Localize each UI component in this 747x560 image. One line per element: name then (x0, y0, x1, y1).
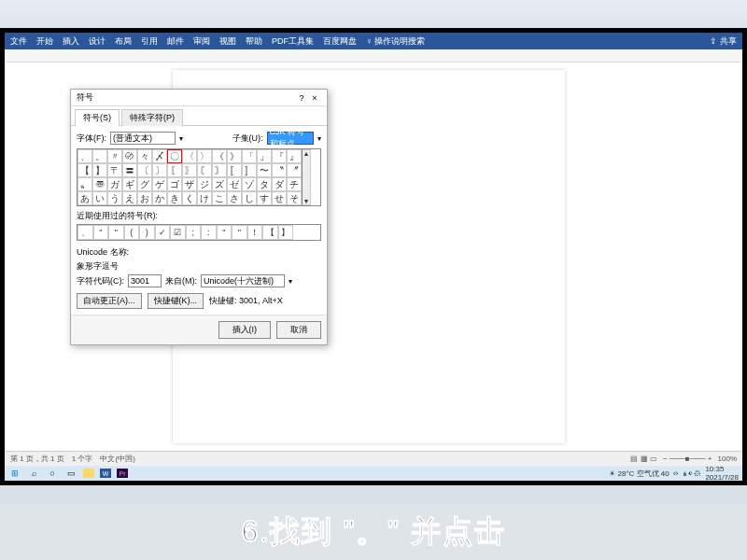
symbol-cell[interactable]: 〕 (152, 163, 167, 177)
recent-symbol-cell[interactable]: " (217, 225, 233, 240)
recent-symbol-cell[interactable]: " (108, 225, 124, 240)
symbol-cell[interactable]: せ (272, 191, 287, 205)
symbol-cell[interactable]: 〈 (182, 149, 197, 163)
symbol-cell[interactable]: 〜 (257, 163, 272, 177)
symbol-cell[interactable]: 「 (242, 149, 257, 163)
symbol-cell[interactable]: さ (227, 191, 242, 205)
symbol-cell[interactable]: き (167, 191, 182, 205)
symbol-cell[interactable]: 〃 (107, 149, 122, 163)
char-code-input[interactable]: 3001 (128, 274, 162, 287)
symbol-cell[interactable]: 〖 (167, 163, 182, 177)
symbol-cell[interactable]: 『 (272, 149, 287, 163)
recent-symbol-cell[interactable]: " (93, 225, 109, 240)
symbol-cell[interactable]: 々 (137, 149, 152, 163)
recent-symbol-cell[interactable]: ( (124, 225, 140, 240)
symbol-cell[interactable]: 〘 (197, 163, 212, 177)
symbol-cell[interactable]: 〓 (122, 163, 137, 177)
tab-special-chars[interactable]: 特殊字符(P) (121, 109, 183, 126)
recent-symbol-cell[interactable]: ✓ (155, 225, 171, 240)
symbol-cell[interactable]: 〞 (287, 163, 302, 177)
tab-design[interactable]: 设计 (89, 35, 106, 48)
symbol-cell[interactable]: 》 (227, 149, 242, 163)
recent-symbol-cell[interactable]: ; (186, 225, 202, 240)
recent-symbol-cell[interactable]: 】 (278, 225, 294, 240)
zoom-slider[interactable]: − ───■─── + (663, 455, 712, 463)
symbol-cell[interactable]: ゼ (227, 177, 242, 191)
symbol-cell[interactable]: 〝 (272, 163, 287, 177)
tab-help[interactable]: 帮助 (246, 35, 262, 48)
symbol-cell[interactable]: う (107, 191, 122, 205)
symbol-cell[interactable]: ガ (107, 177, 122, 191)
symbol-cell[interactable]: く (182, 191, 197, 205)
cancel-button[interactable]: 取消 (276, 321, 321, 339)
recent-symbol-cell[interactable]: " (232, 225, 247, 240)
tab-review[interactable]: 审阅 (193, 35, 210, 48)
shortcut-button[interactable]: 快捷键(K)... (148, 293, 204, 309)
symbol-cell[interactable]: 〟 (78, 177, 92, 191)
symbol-cell[interactable]: 〄 (122, 149, 137, 163)
close-icon[interactable]: × (308, 93, 321, 103)
word-icon[interactable]: W (100, 469, 111, 478)
recent-symbol-cell[interactable]: 、 (78, 225, 93, 240)
symbol-cell[interactable]: し (242, 191, 257, 205)
tab-home[interactable]: 开始 (36, 35, 53, 48)
recent-symbol-cell[interactable]: : (201, 225, 217, 240)
symbol-cell[interactable]: ザ (182, 177, 197, 191)
symbol-cell[interactable]: か (152, 191, 167, 205)
cortana-icon[interactable]: ○ (46, 468, 59, 479)
from-select[interactable]: Unicode(十六进制) (201, 274, 285, 287)
recent-symbol-cell[interactable]: ！ (247, 225, 263, 240)
tab-symbols[interactable]: 符号(S) (75, 109, 120, 126)
grid-scrollbar[interactable]: ▲▼ (302, 149, 311, 205)
symbol-cell[interactable]: 〗 (182, 163, 197, 177)
symbol-cell[interactable]: 』 (287, 149, 302, 163)
symbol-cell[interactable]: す (257, 191, 272, 205)
symbol-cell[interactable]: 】 (92, 163, 107, 177)
symbol-cell[interactable]: ゴ (167, 177, 182, 191)
help-icon[interactable]: ? (295, 93, 308, 103)
taskview-icon[interactable]: ▭ (64, 468, 78, 479)
symbol-cell[interactable]: い (92, 191, 107, 205)
share-button[interactable]: ⇪ 共享 (710, 35, 737, 48)
clock[interactable]: 10:352021/7/28 (705, 465, 739, 481)
symbol-cell[interactable]: 〉 (197, 149, 212, 163)
symbol-cell[interactable]: け (197, 191, 212, 205)
symbol-cell[interactable]: あ (78, 191, 92, 205)
tab-layout[interactable]: 布局 (115, 35, 132, 48)
tell-me[interactable]: ♀ 操作说明搜索 (366, 35, 425, 48)
symbol-cell[interactable]: 〠 (92, 177, 107, 191)
symbol-cell[interactable]: 〒 (107, 163, 122, 177)
premiere-icon[interactable]: Pr (117, 469, 128, 478)
symbol-cell[interactable]: ズ (212, 177, 227, 191)
tray-icons[interactable]: ᯅ ⋔ ◐ ⚙ (673, 469, 702, 478)
symbol-cell[interactable]: ゾ (242, 177, 257, 191)
symbol-cell[interactable]: そ (287, 191, 302, 205)
search-icon[interactable]: ⌕ (27, 468, 40, 479)
font-select[interactable]: (普通文本) (110, 132, 176, 145)
symbol-cell[interactable]: チ (287, 177, 302, 191)
start-icon[interactable]: ⊞ (8, 468, 21, 479)
explorer-icon[interactable] (83, 469, 94, 478)
tab-references[interactable]: 引用 (141, 35, 158, 48)
view-icons[interactable]: ▤ ▦ ▭ (630, 455, 656, 463)
symbol-cell[interactable]: お (137, 191, 152, 205)
tab-view[interactable]: 视图 (219, 35, 236, 48)
symbol-cell[interactable]: 〔 (137, 163, 152, 177)
symbol-cell[interactable]: タ (257, 177, 272, 191)
symbol-cell[interactable]: グ (137, 177, 152, 191)
tab-pdf[interactable]: PDF工具集 (272, 35, 314, 48)
symbol-cell[interactable]: ギ (122, 177, 137, 191)
insert-button[interactable]: 插入(I) (218, 321, 272, 339)
symbol-cell[interactable]: 〚 (227, 163, 242, 177)
symbol-cell[interactable]: 、 (78, 149, 92, 163)
autocorrect-button[interactable]: 自动更正(A)... (77, 293, 142, 309)
symbol-cell[interactable]: ゲ (152, 177, 167, 191)
symbol-cell[interactable]: 〆 (152, 149, 167, 163)
tab-insert[interactable]: 插入 (63, 35, 79, 48)
symbol-cell[interactable]: 〙 (212, 163, 227, 177)
symbol-cell[interactable]: え (122, 191, 137, 205)
tab-file[interactable]: 文件 (10, 35, 27, 48)
symbol-cell[interactable]: 《 (212, 149, 227, 163)
symbol-cell[interactable]: 【 (78, 163, 92, 177)
recent-symbol-cell[interactable]: ) (139, 225, 155, 240)
